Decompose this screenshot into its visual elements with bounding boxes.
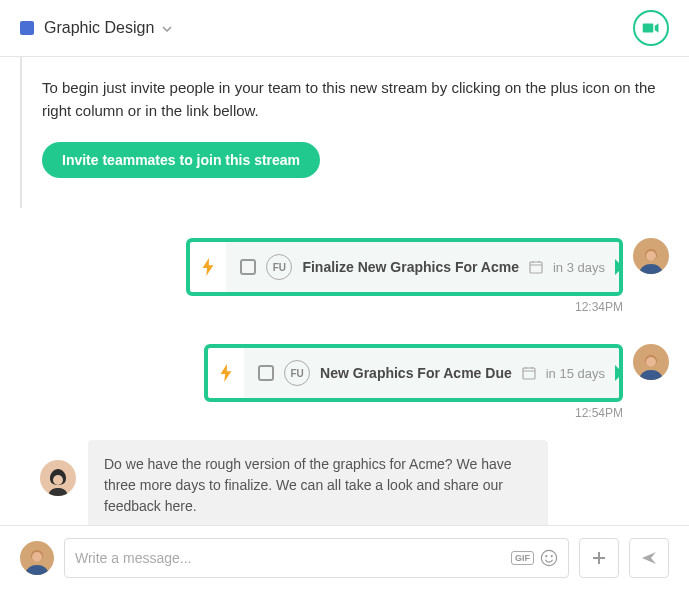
message-text: Do we have the rough version of the grap… <box>40 440 669 527</box>
task-checkbox[interactable] <box>240 259 256 275</box>
lightning-icon <box>208 352 244 394</box>
self-avatar[interactable] <box>20 541 54 575</box>
emoji-button[interactable] <box>540 549 558 567</box>
assignee-badge: FU <box>284 360 310 386</box>
due-text: in 3 days <box>553 260 605 275</box>
task-title: New Graphics For Acme Due <box>320 365 512 381</box>
calendar-icon <box>522 366 536 380</box>
due-text: in 15 days <box>546 366 605 381</box>
message-bubble: Do we have the rough version of the grap… <box>88 440 548 527</box>
svg-rect-0 <box>530 262 542 273</box>
chevron-down-icon[interactable] <box>162 23 172 34</box>
avatar[interactable] <box>40 460 76 496</box>
add-button[interactable] <box>579 538 619 578</box>
task-checkbox[interactable] <box>258 365 274 381</box>
video-call-button[interactable] <box>633 10 669 46</box>
message-timestamp: 12:34PM <box>40 300 623 314</box>
message-timestamp: 12:54PM <box>40 406 623 420</box>
avatar[interactable] <box>633 238 669 274</box>
svg-point-9 <box>541 550 556 565</box>
gif-button[interactable]: GIF <box>511 551 534 565</box>
avatar[interactable] <box>633 344 669 380</box>
intro-block: To begin just invite people in your team… <box>20 57 669 208</box>
task-body: FU Finalize New Graphics For Acme in 3 d… <box>226 242 619 292</box>
intro-text: To begin just invite people in your team… <box>42 77 669 122</box>
room-color-icon <box>20 21 34 35</box>
svg-point-6 <box>53 475 63 485</box>
room-title[interactable]: Graphic Design <box>44 19 154 37</box>
svg-point-10 <box>545 555 547 557</box>
task-card[interactable]: FU Finalize New Graphics For Acme in 3 d… <box>186 238 623 296</box>
svg-point-2 <box>646 251 656 261</box>
task-body: FU New Graphics For Acme Due in 15 days <box>244 348 619 398</box>
message-task-1: FU Finalize New Graphics For Acme in 3 d… <box>40 238 669 296</box>
message-list: To begin just invite people in your team… <box>0 57 689 527</box>
assignee-badge: FU <box>266 254 292 280</box>
svg-rect-3 <box>523 368 535 379</box>
calendar-icon <box>529 260 543 274</box>
svg-point-8 <box>32 552 42 562</box>
lightning-icon <box>190 246 226 288</box>
message-input-wrap: GIF <box>64 538 569 578</box>
task-title: Finalize New Graphics For Acme <box>302 259 519 275</box>
invite-teammates-button[interactable]: Invite teammates to join this stream <box>42 142 320 178</box>
task-card[interactable]: FU New Graphics For Acme Due in 15 days <box>204 344 623 402</box>
header-bar: Graphic Design <box>0 0 689 57</box>
svg-point-11 <box>551 555 553 557</box>
message-task-2: FU New Graphics For Acme Due in 15 days <box>40 344 669 402</box>
send-button[interactable] <box>629 538 669 578</box>
svg-point-5 <box>646 357 656 367</box>
composer: GIF <box>0 525 689 590</box>
message-input[interactable] <box>75 550 511 566</box>
